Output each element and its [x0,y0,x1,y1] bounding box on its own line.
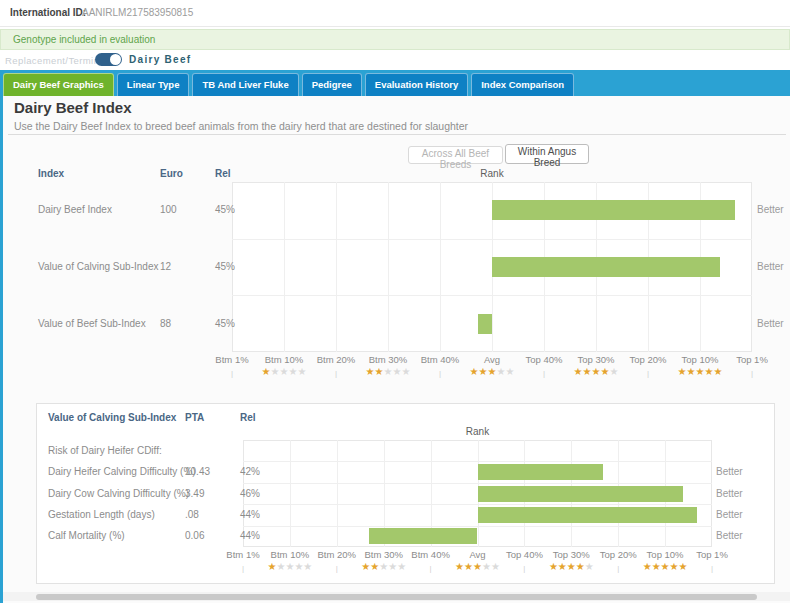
star-icon: ★ [479,366,488,377]
row-rel: 42% [240,466,260,478]
gridline-v [440,182,441,352]
star-icon: ★ [375,366,384,377]
star-icon: ★ [583,366,592,377]
rank-tick-label: Btm 40% [421,354,460,366]
tab-dairy-beef-graphics[interactable]: Dairy Beef Graphics [3,73,114,96]
rank-bar [478,464,604,480]
rank-axis-title: Rank [480,168,503,180]
star-icon: ★ [670,561,679,572]
axis-tick: | [523,563,525,575]
row-label: Dairy Cow Calving Difficulty (%) [48,488,189,500]
star-icon: ★ [505,366,514,377]
horizontal-scrollbar[interactable] [36,594,757,600]
rank-tick-label: Btm 20% [317,354,356,366]
star-icon: ★ [491,561,500,572]
star-icon: ★ [592,366,601,377]
gridline-v [337,440,338,547]
gridline-h [243,504,712,505]
star-icon: ★ [280,366,289,377]
star-icon: ★ [679,561,688,572]
row-value: 12 [160,261,171,273]
star-icon: ★ [276,561,285,572]
genotype-banner: Genotype included in evaluation [0,29,790,50]
star-icon: ★ [262,366,271,377]
gridline-h [232,295,752,296]
international-id-bar: International ID: AANIRLM217583950815 [0,0,790,27]
star-icon: ★ [585,561,594,572]
international-id-label: International ID: [10,7,86,18]
star-icon: ★ [488,366,497,377]
tab-index-comparison[interactable]: Index Comparison [471,73,574,96]
star-icon: ★ [574,366,583,377]
page-subtitle: Use the Dairy Beef Index to breed beef a… [14,120,468,132]
within-angus-breed-button[interactable]: Within Angus Breed [505,144,589,164]
star-rating-3: ★★★★★ [470,366,515,378]
row-label: Value of Calving Sub-Index [38,261,158,273]
star-icon: ★ [576,561,585,572]
star-icon: ★ [678,366,687,377]
better-label: Better [716,509,743,521]
star-rating-5: ★★★★★ [678,366,723,378]
left-accent-border [0,96,3,603]
better-label: Better [757,318,784,330]
rank-bar [478,314,492,334]
rank-tick-label: Top 30% [578,354,615,366]
star-icon: ★ [297,366,306,377]
rank-tick-label: Btm 10% [265,354,304,366]
column-header: Euro [160,168,183,180]
rank-tick-label: Top 10% [647,549,684,561]
row-label: Dairy Heifer Calving Difficulty (%) [48,466,196,478]
dairy-beef-toggle[interactable] [95,53,122,66]
column-header: Value of Calving Sub-Index [48,412,176,424]
row-label: Risk of Dairy Heifer CDiff: [48,445,162,457]
replacement-terminal-label: Replacement/Terminal [5,55,108,66]
dairy-beef-label: Dairy Beef [129,54,191,65]
axis-tick: | [647,368,649,380]
across-all-beef-breeds-button[interactable]: Across All Beef Breeds [408,146,503,164]
rank-tick-label: Btm 40% [411,549,450,561]
tab-tb-and-liver-fluke[interactable]: TB And Liver Fluke [192,73,298,96]
star-icon: ★ [713,366,722,377]
star-icon: ★ [609,366,618,377]
row-rel: 45% [215,261,235,273]
star-icon: ★ [267,561,276,572]
star-icon: ★ [600,366,609,377]
star-icon: ★ [549,561,558,572]
gridline-v [290,440,291,547]
rank-tick-label: Btm 30% [369,354,408,366]
tab-linear-type[interactable]: Linear Type [117,73,190,96]
rank-bar [492,200,735,220]
column-header: Rel [215,168,231,180]
star-icon: ★ [285,561,294,572]
rank-tick-label: Btm 30% [364,549,403,561]
tab-evaluation-history[interactable]: Evaluation History [365,73,468,96]
rank-tick-label: Top 1% [736,354,768,366]
star-icon: ★ [567,561,576,572]
rank-tick-label: Avg [469,549,485,561]
star-icon: ★ [661,561,670,572]
better-label: Better [757,261,784,273]
rank-tick-label: Top 20% [630,354,667,366]
row-value: 3.49 [185,488,204,500]
gridline-v [336,182,337,352]
row-rel: 46% [240,488,260,500]
page-title: Dairy Beef Index [14,99,132,116]
column-header: PTA [185,412,204,424]
row-rel: 45% [215,204,235,216]
tab-pedigree[interactable]: Pedigree [302,73,362,96]
rank-tick-label: Top 10% [682,354,719,366]
column-header: Rel [240,412,256,424]
star-rating-5: ★★★★★ [643,561,688,573]
index-toggle-row: Replacement/Terminal Dairy Beef [0,50,790,70]
tab-bar: Dairy Beef GraphicsLinear TypeTB And Liv… [0,70,790,96]
rank-bar [478,507,697,523]
star-rating-2: ★★★★★ [366,366,411,378]
axis-tick: | [543,368,545,380]
star-icon: ★ [643,561,652,572]
international-id-value: AANIRLM217583950815 [82,7,193,18]
better-label: Better [716,530,743,542]
star-icon: ★ [464,561,473,572]
better-label: Better [716,488,743,500]
row-rel: 45% [215,318,235,330]
star-icon: ★ [392,366,401,377]
